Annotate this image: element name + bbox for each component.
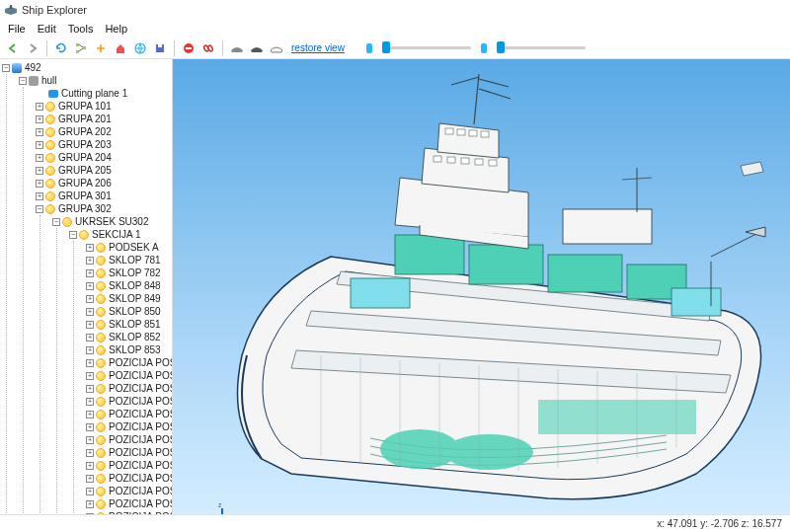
expander-icon[interactable]: + — [36, 192, 43, 200]
expander-icon[interactable]: + — [36, 167, 43, 175]
menu-file[interactable]: File — [2, 21, 32, 37]
sphere-icon — [96, 333, 106, 342]
expand-button[interactable] — [92, 39, 110, 57]
tree-sklop[interactable]: + SKLOP 853 — [86, 343, 170, 356]
expander-icon[interactable]: + — [86, 321, 94, 329]
tree-label: GRUPA 301 — [58, 190, 112, 202]
expander-icon[interactable]: + — [86, 475, 94, 483]
sphere-icon — [45, 179, 55, 189]
expander-icon[interactable]: + — [86, 372, 94, 380]
tree-hull[interactable]: − hull — [19, 74, 170, 87]
expander-icon[interactable]: − — [52, 218, 60, 226]
tree-group[interactable]: + GRUPA 203 — [36, 138, 170, 151]
tree-root[interactable]: − 492 — [2, 61, 170, 74]
home-button[interactable] — [112, 39, 129, 57]
tree-pozicija[interactable]: + POZICIJA POS,113 — [86, 356, 170, 369]
tree-sklop[interactable]: + SKLOP 849 — [86, 292, 170, 305]
tree-view-button[interactable] — [72, 39, 90, 57]
expander-icon[interactable]: + — [86, 449, 94, 457]
tree-sklop[interactable]: + SKLOP 782 — [86, 266, 170, 279]
expander-icon[interactable]: + — [86, 269, 94, 277]
view-mode-1-button[interactable] — [228, 39, 246, 57]
expander-icon[interactable]: + — [86, 500, 94, 508]
tree-pozicija[interactable]: + POZICIJA POS,215 — [86, 395, 170, 408]
expander-icon[interactable]: + — [86, 282, 94, 290]
tree-group[interactable]: + GRUPA 201 — [36, 113, 170, 125]
expander-icon[interactable]: + — [36, 115, 43, 123]
tree-pozicija[interactable]: + POZICIJA POS,750 — [86, 485, 170, 497]
expander-icon[interactable]: + — [86, 346, 94, 354]
expander-icon[interactable]: + — [86, 436, 94, 444]
tree-pozicija[interactable]: + POZICIJA POS,314 — [86, 420, 170, 433]
tree-group[interactable]: + GRUPA 202 — [36, 125, 170, 138]
tree-sklop[interactable]: + SKLOP 852 — [86, 331, 170, 343]
tree-label: GRUPA 204 — [58, 151, 112, 164]
tree-sklop[interactable]: + SKLOP 848 — [86, 279, 170, 292]
slider-2-thumb[interactable] — [497, 41, 505, 53]
expander-icon[interactable]: + — [86, 462, 94, 470]
tree-pozicija[interactable]: + POZICIJA POS,315 — [86, 433, 170, 446]
tree-label: POZICIJA POS,314 — [109, 420, 173, 433]
expander-icon[interactable]: − — [69, 231, 77, 239]
expander-icon[interactable]: + — [86, 411, 94, 418]
expander-icon[interactable]: + — [86, 257, 94, 265]
tree-pozicija[interactable]: + POZICIJA POS,2950 — [86, 408, 170, 420]
slider-1-thumb[interactable] — [382, 41, 390, 53]
viewport-3d[interactable]: z x y — [173, 59, 790, 514]
tree-pozicija[interactable]: + POZICIJA POS,1801 — [86, 382, 170, 395]
save-button[interactable] — [151, 39, 169, 57]
view-mode-3-button[interactable] — [268, 39, 285, 57]
expander-icon[interactable]: + — [86, 308, 94, 316]
expander-icon[interactable]: + — [36, 154, 43, 162]
tree-pozicija[interactable]: + POZICIJA POS,751 — [86, 497, 170, 510]
expander-icon[interactable]: − — [19, 77, 27, 85]
expander-icon[interactable]: + — [86, 244, 94, 252]
tree-pozicija[interactable]: + POZICIJA POS,320 — [86, 459, 170, 472]
expander-icon[interactable]: + — [36, 103, 43, 111]
slider-1[interactable] — [382, 46, 471, 49]
forward-button[interactable] — [24, 39, 41, 57]
expander-icon[interactable]: + — [36, 128, 43, 136]
expander-icon[interactable]: + — [86, 295, 94, 303]
expander-icon[interactable]: − — [2, 64, 10, 72]
menu-edit[interactable]: Edit — [32, 21, 62, 37]
tree-sklop[interactable]: + SKLOP 850 — [86, 305, 170, 318]
tree-group[interactable]: − GRUPA 302 — [36, 202, 170, 215]
expander-icon[interactable]: + — [86, 398, 94, 406]
link-icon[interactable] — [199, 39, 217, 57]
tree-pozicija[interactable]: + POZICIJA POS,1800 — [86, 369, 170, 382]
expander-icon[interactable]: + — [86, 488, 94, 495]
tree-group[interactable]: + GRUPA 101 — [36, 100, 170, 113]
tree-panel[interactable]: − 492 − hull — [0, 59, 173, 514]
expander-icon[interactable]: + — [86, 359, 94, 367]
tree-pozicija[interactable]: + POZICIJA POS,319 — [86, 446, 170, 459]
cancel-icon[interactable] — [180, 39, 198, 57]
tree-ukrsek[interactable]: − UKRSEK SU302 — [52, 215, 170, 228]
tree-sklop[interactable]: + SKLOP 851 — [86, 318, 170, 331]
slider-2[interactable] — [497, 46, 586, 49]
expander-icon[interactable]: + — [86, 513, 94, 515]
restore-view-link[interactable]: restore view — [287, 42, 349, 53]
tree-sekcija[interactable]: − SEKCIJA 1 — [69, 228, 170, 241]
menu-tools[interactable]: Tools — [62, 21, 100, 37]
tree-podsek[interactable]: + PODSEK A — [86, 241, 170, 254]
tree-pozicija[interactable]: + POZICIJA POS,748 — [86, 472, 170, 485]
globe-button[interactable] — [131, 39, 149, 57]
expander-icon[interactable]: + — [86, 423, 94, 431]
menu-help[interactable]: Help — [99, 21, 133, 37]
expander-icon[interactable]: + — [86, 385, 94, 393]
view-mode-2-button[interactable] — [248, 39, 266, 57]
tree-pozicija[interactable]: + POZICIJA POS,752 — [86, 510, 170, 514]
expander-icon[interactable]: + — [36, 180, 43, 188]
tree-group[interactable]: + GRUPA 206 — [36, 177, 170, 190]
back-button[interactable] — [4, 39, 22, 57]
expander-icon[interactable]: − — [36, 205, 43, 213]
expander-icon[interactable]: + — [86, 334, 94, 342]
refresh-button[interactable] — [52, 39, 70, 57]
tree-group[interactable]: + GRUPA 301 — [36, 190, 170, 202]
expander-icon[interactable]: + — [36, 141, 43, 149]
tree-group[interactable]: + GRUPA 204 — [36, 151, 170, 164]
tree-cutting-plane[interactable]: Cutting plane 1 — [36, 87, 170, 100]
tree-sklop[interactable]: + SKLOP 781 — [86, 254, 170, 266]
tree-group[interactable]: + GRUPA 205 — [36, 164, 170, 177]
